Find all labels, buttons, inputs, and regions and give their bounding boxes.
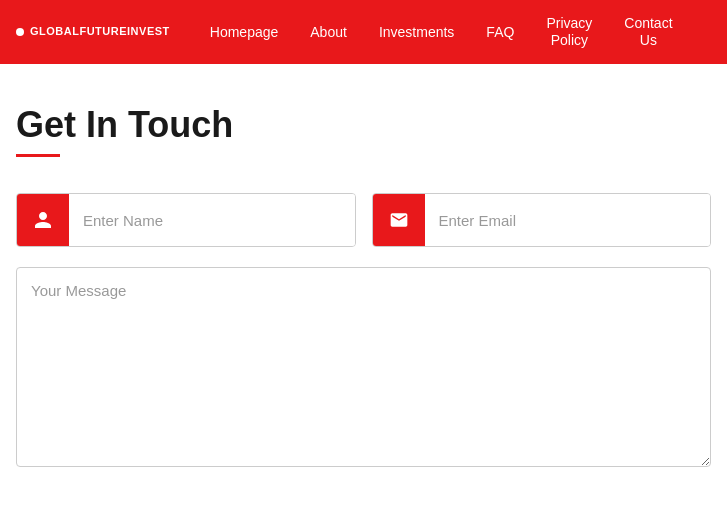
logo-dot bbox=[16, 28, 24, 36]
contact-line2: Us bbox=[640, 32, 657, 49]
person-icon-bg bbox=[17, 194, 69, 246]
navbar: GLOBALFUTUREINVEST Homepage About Invest… bbox=[0, 0, 727, 64]
email-icon bbox=[389, 210, 409, 230]
email-icon-bg bbox=[373, 194, 425, 246]
form-row bbox=[16, 193, 711, 247]
nav-link-faq[interactable]: FAQ bbox=[470, 0, 530, 64]
page-title: Get In Touch bbox=[16, 104, 711, 146]
contact-line1: Contact bbox=[624, 15, 672, 32]
site-logo[interactable]: GLOBALFUTUREINVEST bbox=[16, 25, 170, 38]
main-content: Get In Touch bbox=[0, 64, 727, 511]
name-input-group bbox=[16, 193, 356, 247]
nav-link-about[interactable]: About bbox=[294, 0, 363, 64]
nav-link-homepage[interactable]: Homepage bbox=[194, 0, 295, 64]
logo-text: GLOBALFUTUREINVEST bbox=[30, 25, 170, 38]
name-input[interactable] bbox=[69, 194, 355, 246]
title-underline bbox=[16, 154, 60, 157]
nav-links: Homepage About Investments FAQ Privacy P… bbox=[194, 0, 711, 64]
nav-link-investments[interactable]: Investments bbox=[363, 0, 470, 64]
email-input-group bbox=[372, 193, 712, 247]
privacy-line2: Policy bbox=[551, 32, 588, 49]
nav-link-privacy-policy[interactable]: Privacy Policy bbox=[530, 0, 608, 64]
message-textarea[interactable] bbox=[16, 267, 711, 467]
person-icon bbox=[33, 210, 53, 230]
nav-link-contact-us[interactable]: Contact Us bbox=[608, 0, 688, 64]
privacy-line1: Privacy bbox=[546, 15, 592, 32]
email-input[interactable] bbox=[425, 194, 711, 246]
